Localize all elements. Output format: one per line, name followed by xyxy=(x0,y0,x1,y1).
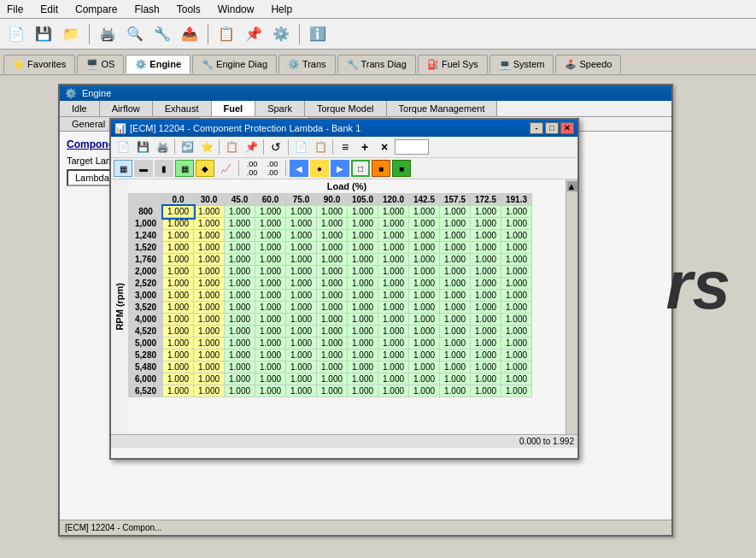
tb-new[interactable]: 📄 xyxy=(3,22,29,46)
table-cell[interactable]: 1.000 xyxy=(255,230,286,242)
table-cell[interactable]: 1.000 xyxy=(286,349,317,361)
table-cell[interactable]: 1.000 xyxy=(409,373,440,385)
table-cell[interactable]: 1.000 xyxy=(194,290,225,302)
tb-open[interactable]: 📁 xyxy=(58,22,84,46)
table-cell[interactable]: 1.000 xyxy=(501,266,532,278)
table-cell[interactable]: 1.000 xyxy=(286,230,317,242)
menu-tools[interactable]: Tools xyxy=(173,2,204,17)
table-cell[interactable]: 1.000 xyxy=(286,242,317,254)
table-cell[interactable]: 1.000 xyxy=(409,349,440,361)
table-cell[interactable]: 1.000 xyxy=(286,338,317,349)
table-cell[interactable]: 1.000 xyxy=(471,349,501,361)
table-cell[interactable]: 1.000 xyxy=(348,266,378,278)
table-cell[interactable]: 1.000 xyxy=(440,230,471,242)
ecm-tb-fav[interactable]: ⭐ xyxy=(197,138,216,156)
table-cell[interactable]: 1.000 xyxy=(440,254,471,266)
table-cell[interactable]: 1.000 xyxy=(348,242,378,254)
table-cell[interactable]: 1.000 xyxy=(163,385,194,397)
table-cell[interactable]: 1.000 xyxy=(471,266,501,278)
ecm-tb-copy[interactable]: 📋 xyxy=(222,138,241,156)
table-cell[interactable]: 1.000 xyxy=(501,361,532,373)
ecm-tb-undo[interactable]: ↩️ xyxy=(178,138,196,156)
table-cell[interactable]: 1.000 xyxy=(501,349,532,361)
table-cell[interactable]: 1.000 xyxy=(348,290,378,302)
table-cell[interactable]: 1.000 xyxy=(255,206,286,218)
table-cell[interactable]: 1.000 xyxy=(194,326,225,338)
table-cell[interactable]: 1.000 xyxy=(378,206,409,218)
ep-tab-idle[interactable]: Idle xyxy=(60,101,100,116)
table-cell[interactable]: 1.000 xyxy=(286,373,317,385)
table-cell[interactable]: 1.000 xyxy=(409,361,440,373)
table-cell[interactable]: 1.000 xyxy=(317,290,348,302)
menu-flash[interactable]: Flash xyxy=(131,2,162,17)
table-cell[interactable]: 1.000 xyxy=(440,278,471,290)
table-cell[interactable]: 1.000 xyxy=(163,254,194,266)
table-cell[interactable]: 1.000 xyxy=(225,254,255,266)
tb-upload[interactable]: 📤 xyxy=(177,22,202,46)
table-cell[interactable]: 1.000 xyxy=(255,338,286,349)
table-cell[interactable]: 1.000 xyxy=(194,266,225,278)
table-cell[interactable]: 1.000 xyxy=(194,302,225,314)
table-cell[interactable]: 1.000 xyxy=(348,230,378,242)
table-cell[interactable]: 1.000 xyxy=(440,206,471,218)
table-cell[interactable]: 1.000 xyxy=(440,266,471,278)
table-cell[interactable]: 1.000 xyxy=(286,290,317,302)
table-cell[interactable]: 1.000 xyxy=(501,338,532,349)
table-cell[interactable]: 1.000 xyxy=(348,254,378,266)
table-cell[interactable]: 1.000 xyxy=(501,218,532,230)
scroll-up[interactable]: ▲ xyxy=(567,181,577,191)
table-cell[interactable]: 1.000 xyxy=(225,266,255,278)
table-cell[interactable]: 1.000 xyxy=(286,361,317,373)
tb-search[interactable]: 🔍 xyxy=(122,22,148,46)
table-cell[interactable]: 1.000 xyxy=(348,206,378,218)
ep-tab-torque-model[interactable]: Torque Model xyxy=(305,101,387,116)
table-cell[interactable]: 1.000 xyxy=(194,373,225,385)
table-cell[interactable]: 1.000 xyxy=(501,314,532,326)
table-cell[interactable]: 1.000 xyxy=(163,290,194,302)
ep-tab-spark[interactable]: Spark xyxy=(255,101,305,116)
table-cell[interactable]: 1.000 xyxy=(194,349,225,361)
table-cell[interactable]: 1.000 xyxy=(378,338,409,349)
table-cell[interactable]: 1.000 xyxy=(163,206,194,218)
table-cell[interactable]: 1.000 xyxy=(317,218,348,230)
table-cell[interactable]: 1.000 xyxy=(471,290,501,302)
table-cell[interactable]: 1.000 xyxy=(163,278,194,290)
table-cell[interactable]: 1.000 xyxy=(286,254,317,266)
ecm-icon-select-all[interactable]: ▦ xyxy=(114,160,132,177)
ecm-tb-print[interactable]: 🖨️ xyxy=(153,138,172,156)
table-cell[interactable]: 1.000 xyxy=(378,302,409,314)
table-cell[interactable]: 1.000 xyxy=(163,302,194,314)
table-cell[interactable]: 1.000 xyxy=(225,361,255,373)
scrollbar[interactable]: ▲ xyxy=(566,179,577,434)
table-cell[interactable]: 1.000 xyxy=(255,254,286,266)
table-cell[interactable]: 1.000 xyxy=(471,242,501,254)
table-cell[interactable]: 1.000 xyxy=(378,254,409,266)
table-cell[interactable]: 1.000 xyxy=(317,385,348,397)
table-cell[interactable]: 1.000 xyxy=(317,361,348,373)
table-cell[interactable]: 1.000 xyxy=(409,242,440,254)
tab-trans-diag[interactable]: 🔧 Trans Diag xyxy=(337,55,416,73)
table-cell[interactable]: 1.000 xyxy=(409,302,440,314)
ecm-tb-add[interactable]: ≡ xyxy=(336,138,355,156)
ecm-icon-col[interactable]: ▮ xyxy=(155,160,173,177)
tab-speedo[interactable]: 🕹️ Speedo xyxy=(555,55,621,73)
ecm-tb-value-input[interactable] xyxy=(395,139,429,155)
table-cell[interactable]: 1.000 xyxy=(471,326,501,338)
tab-engine[interactable]: ⚙️ Engine xyxy=(126,55,190,73)
table-cell[interactable]: 1.000 xyxy=(225,338,255,349)
table-cell[interactable]: 1.000 xyxy=(225,206,255,218)
table-cell[interactable]: 1.000 xyxy=(317,266,348,278)
table-cell[interactable]: 1.000 xyxy=(317,314,348,326)
menu-file[interactable]: File xyxy=(3,2,26,17)
table-cell[interactable]: 1.000 xyxy=(286,385,317,397)
table-cell[interactable]: 1.000 xyxy=(378,278,409,290)
table-cell[interactable]: 1.000 xyxy=(255,266,286,278)
table-cell[interactable]: 1.000 xyxy=(255,373,286,385)
table-cell[interactable]: 1.000 xyxy=(286,206,317,218)
table-cell[interactable]: 1.000 xyxy=(194,278,225,290)
table-cell[interactable]: 1.000 xyxy=(378,349,409,361)
table-cell[interactable]: 1.000 xyxy=(501,326,532,338)
table-cell[interactable]: 1.000 xyxy=(317,278,348,290)
tb-print[interactable]: 🖨️ xyxy=(95,22,120,46)
table-cell[interactable]: 1.000 xyxy=(225,314,255,326)
